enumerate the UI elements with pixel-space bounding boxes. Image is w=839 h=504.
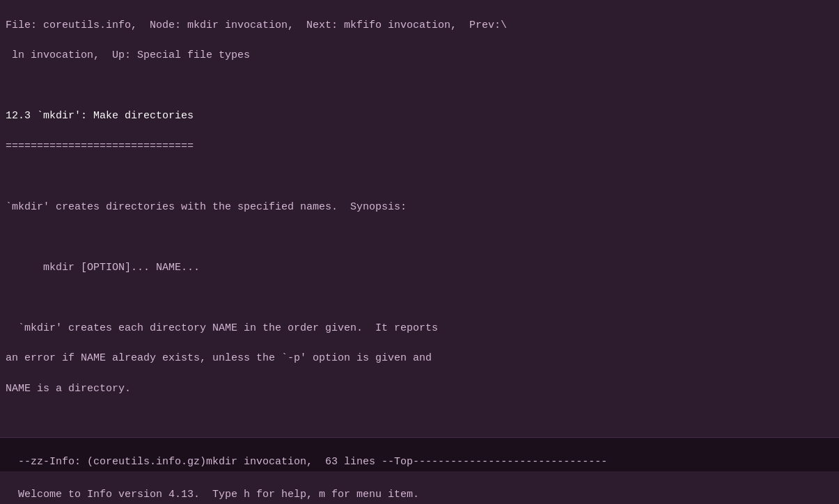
- blank1: [6, 80, 12, 92]
- section-underline: ==============================: [6, 141, 194, 152]
- header-line2: ln invocation, Up: Special file types: [6, 49, 250, 61]
- desc-line3: NAME is a directory.: [6, 383, 131, 395]
- section-title: 12.3 `mkdir': Make directories: [6, 110, 194, 122]
- status-bar-text: --zz-Info: (coreutils.info.gz)mkdir invo…: [18, 456, 607, 468]
- terminal-content: File: coreutils.info, Node: mkdir invoca…: [0, 0, 839, 437]
- welcome-bar-text: Welcome to Info version 4.13. Type h for…: [18, 489, 419, 501]
- blank2: [6, 171, 12, 182]
- status-bar: --zz-Info: (coreutils.info.gz)mkdir invo…: [0, 437, 839, 471]
- welcome-bar: Welcome to Info version 4.13. Type h for…: [0, 471, 839, 505]
- header-line1: File: coreutils.info, Node: mkdir invoca…: [6, 19, 507, 31]
- blank3: [6, 231, 12, 243]
- desc-line1: `mkdir' creates each directory NAME in t…: [6, 322, 438, 334]
- desc-line2: an error if NAME already exists, unless …: [6, 352, 432, 364]
- blank4: [6, 292, 12, 304]
- synopsis-line: `mkdir' creates directories with the spe…: [6, 201, 407, 213]
- command-line: mkdir [OPTION]... NAME...: [6, 262, 200, 274]
- blank5: [6, 413, 12, 425]
